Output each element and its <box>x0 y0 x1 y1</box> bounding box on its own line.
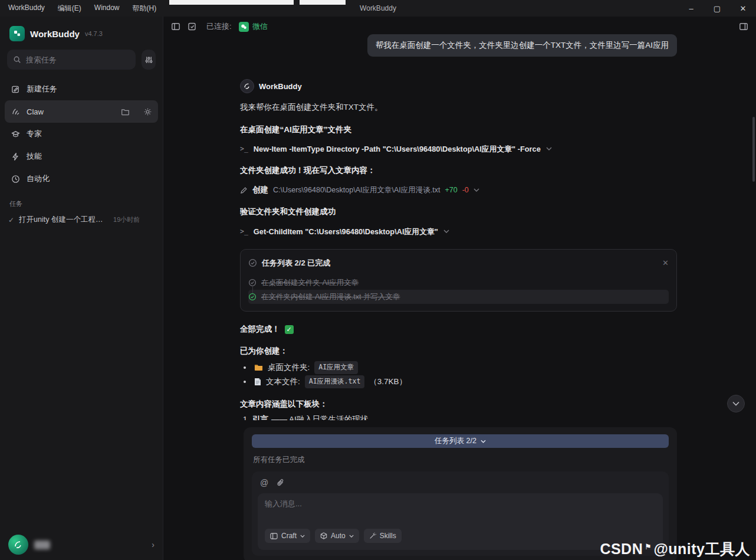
close-icon[interactable]: ✕ <box>662 258 669 267</box>
scrollbar-thumb[interactable] <box>752 117 755 182</box>
sidebar: WorkBuddy v4.7.3 <box>0 17 163 560</box>
step1-title: 在桌面创建“AI应用文章”文件夹 <box>240 124 677 136</box>
sidebar-item-label: 专家 <box>27 129 42 139</box>
connected-label: 已连接: <box>206 21 232 32</box>
mention-icon[interactable]: @ <box>260 478 268 487</box>
command-row-1[interactable]: >_ New-Item -ItemType Directory -Path "C… <box>240 143 677 155</box>
file-emoji-icon <box>254 378 261 386</box>
clock-icon <box>11 175 20 184</box>
craft-mode-button[interactable]: Craft <box>265 529 310 543</box>
task-time: 19小时前 <box>113 215 140 224</box>
gear-icon[interactable] <box>143 107 152 116</box>
sidebar-item-automation[interactable]: 自动化 <box>5 168 158 190</box>
command-row-2[interactable]: >_ Get-ChildItem "C:\Users\96480\Desktop… <box>240 226 677 237</box>
paperclip-icon[interactable] <box>277 479 284 487</box>
chevron-down-icon[interactable] <box>546 147 552 150</box>
task-card-item[interactable]: 在文件夹内创建 AI应用漫谈.txt 并写入文章 <box>248 290 669 304</box>
created-item: 文本文件: AI应用漫谈.txt （3.7KB） <box>240 375 677 389</box>
skills-label: Skills <box>380 532 396 540</box>
terminal-icon: >_ <box>240 227 248 237</box>
app-version: v4.7.3 <box>85 30 103 37</box>
brand: WorkBuddy v4.7.3 <box>0 17 163 48</box>
tasks-section-label: 任务 <box>0 190 163 212</box>
done-text: 全部完成！ <box>240 323 280 335</box>
sidebar-item-label: 新建任务 <box>27 84 57 94</box>
task-card-title: 任务列表 2/2 已完成 <box>262 257 330 269</box>
created-heading: 已为你创建： <box>240 345 677 357</box>
blurred-username <box>34 541 50 549</box>
sidebar-item-experts[interactable]: 专家 <box>5 123 158 145</box>
assistant-avatar <box>240 79 254 93</box>
created-item-label: 文本文件: <box>266 376 300 388</box>
sidebar-item-new-task[interactable]: 新建任务 <box>5 78 158 100</box>
message-input[interactable] <box>265 499 656 508</box>
craft-icon <box>270 533 278 539</box>
skills-wand-icon <box>369 532 376 539</box>
folder-icon[interactable] <box>121 107 130 116</box>
app-window: WorkBuddy 编辑(E) Window 帮助(H) WorkBuddy –… <box>0 0 756 560</box>
auto-mode-button[interactable]: Auto <box>315 529 359 543</box>
green-check-icon: ✓ <box>285 325 294 334</box>
wechat-connection[interactable]: 微信 <box>239 21 268 32</box>
step3-title: 验证文件夹和文件创建成功 <box>240 206 677 218</box>
menu-workbuddy[interactable]: WorkBuddy <box>8 4 45 14</box>
chevron-down-icon[interactable] <box>474 188 479 192</box>
task-card-item-label: 在文件夹内创建 AI应用漫谈.txt 并写入文章 <box>261 292 400 303</box>
panel-toggle-icon[interactable] <box>739 22 748 31</box>
bullet-dot <box>244 366 246 369</box>
close-button[interactable]: ✕ <box>730 0 756 17</box>
scroll-to-bottom-button[interactable] <box>727 395 745 412</box>
main-area: 已连接: 微信 帮我在桌面创建一个文件夹，文件夹里边创建一个TXT文件，文件里边… <box>163 17 756 560</box>
task-card-item[interactable]: 在桌面创建文件夹 AI应用文章 <box>248 276 669 290</box>
search-box[interactable] <box>7 50 136 70</box>
file-path: C:\Users\96480\Desktop\AI应用文章\AI应用漫谈.txt <box>273 185 440 196</box>
all-tasks-done-label: 所有任务已完成 <box>253 455 669 465</box>
sidebar-item-claw[interactable]: Claw <box>5 100 158 123</box>
assistant-name: WorkBuddy <box>259 81 302 93</box>
search-input[interactable] <box>26 55 130 64</box>
maximize-button[interactable]: ▢ <box>704 0 730 17</box>
overlay-strip <box>169 0 346 5</box>
menu-help[interactable]: 帮助(H) <box>133 4 157 14</box>
sidebar-item-label: 自动化 <box>27 173 50 184</box>
created-item-suffix: （3.7KB） <box>369 376 407 388</box>
menu-window[interactable]: Window <box>94 4 120 14</box>
chat-scroll-area[interactable]: 帮我在桌面创建一个文件夹，文件夹里边创建一个TXT文件，文件里边写一篇AI应用 … <box>240 33 677 420</box>
user-avatar[interactable] <box>8 535 28 555</box>
sliders-icon <box>144 55 153 64</box>
pencil-icon <box>240 186 248 194</box>
sidebar-item-skills[interactable]: 技能 <box>5 145 158 168</box>
sidebar-toggle-icon[interactable] <box>171 22 180 31</box>
menu-edit[interactable]: 编辑(E) <box>58 4 81 14</box>
chevron-down-icon <box>300 535 305 538</box>
task-list-item[interactable]: ✓ 打开unity 创建一个工程，开... 19小时前 <box>0 212 163 228</box>
command-text: Get-ChildItem "C:\Users\96480\Desktop\AI… <box>254 226 438 237</box>
outline-list: 1. 引言 —— AI融入日常生活的现状 2. 各领域典型应用 —— 医疗、教育… <box>240 414 677 420</box>
sidebar-footer: › <box>0 529 163 560</box>
wechat-label: 微信 <box>252 21 268 32</box>
deletions-count: -0 <box>462 185 469 196</box>
sidebar-item-label: Claw <box>27 107 44 116</box>
window-title: WorkBuddy <box>360 4 396 12</box>
skills-button[interactable]: Skills <box>364 529 402 543</box>
search-icon <box>13 55 21 64</box>
chevron-right-icon[interactable]: › <box>152 540 155 549</box>
minimize-button[interactable]: – <box>678 0 704 17</box>
new-chat-icon[interactable] <box>188 22 197 31</box>
flag-icon: ⚑ <box>645 542 652 551</box>
filter-button[interactable] <box>142 50 156 70</box>
assistant-intro: 我来帮你在桌面创建文件夹和TXT文件。 <box>240 101 677 113</box>
step2-title: 文件夹创建成功！现在写入文章内容： <box>240 165 677 176</box>
chevron-down-icon[interactable] <box>443 230 449 233</box>
file-create-row[interactable]: 创建 C:\Users\96480\Desktop\AI应用文章\AI应用漫谈.… <box>240 184 677 196</box>
app-name: WorkBuddy <box>30 29 80 39</box>
title-bar: WorkBuddy 编辑(E) Window 帮助(H) WorkBuddy –… <box>0 0 756 17</box>
created-item-label: 桌面文件夹: <box>268 362 310 374</box>
search-row <box>0 48 163 74</box>
task-list-toggle[interactable]: 任务列表 2/2 <box>252 434 669 448</box>
claw-icon <box>11 107 20 116</box>
sidebar-item-label: 技能 <box>27 151 42 162</box>
watermark: CSDN ⚑ @unity工具人 <box>600 539 750 559</box>
timeline-connector <box>252 286 253 293</box>
watermark-prefix: CSDN <box>600 541 643 558</box>
